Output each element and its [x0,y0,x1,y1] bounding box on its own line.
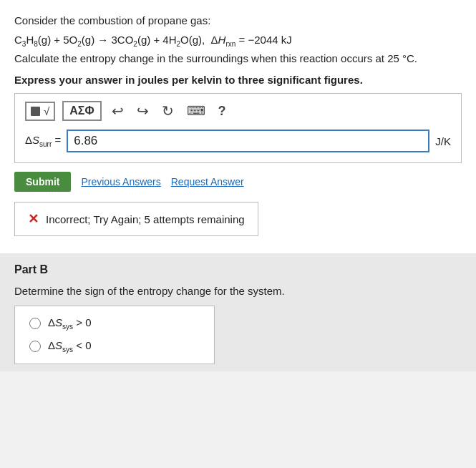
help-button[interactable]: ? [215,102,229,120]
delta-s-label: ΔSsurr = [25,134,61,148]
part-b-question: Determine the sign of the entropy change… [14,285,462,297]
answer-box: √ ΑΣΦ ↩ ↪ ↻ ⌨ ? ΔSsurr = J/K [14,93,462,163]
options-box: ΔSsys > 0 ΔSsys < 0 [14,306,215,364]
input-row: ΔSsurr = J/K [25,130,451,152]
refresh-button[interactable]: ↻ [159,101,177,121]
feedback-text: Incorrect; Try Again; 5 attempts remaini… [46,213,245,225]
answer-input[interactable] [67,130,429,152]
option-row-2: ΔSsys < 0 [29,339,200,354]
option-label-1[interactable]: ΔSsys > 0 [48,316,91,331]
toolbar: √ ΑΣΦ ↩ ↪ ↻ ⌨ ? [25,101,451,121]
question-intro: Consider the combustion of propane gas: [14,13,462,29]
incorrect-icon: ✕ [28,211,39,227]
matrix-button[interactable]: √ [25,102,55,121]
greek-button[interactable]: ΑΣΦ [62,101,101,121]
reaction-line: C3H8(g) + 5O2(g) → 3CO2(g) + 4H2O(g), ΔH… [14,34,462,48]
request-answer-button[interactable]: Request Answer [171,176,244,187]
unit-label: J/K [435,135,451,147]
part-b-section: Part B Determine the sign of the entropy… [0,253,476,371]
radical-icon: √ [44,105,49,117]
instructions-1: Calculate the entropy change in the surr… [14,51,462,67]
option-row-1: ΔSsys > 0 [29,316,200,331]
reaction-formula: C3H8(g) + 5O2(g) → 3CO2(g) + 4H2O(g), ΔH… [14,34,292,46]
feedback-box: ✕ Incorrect; Try Again; 5 attempts remai… [14,202,258,236]
part-b-label: Part B [14,263,462,276]
actions-row: Submit Previous Answers Request Answer [14,172,462,192]
submit-button[interactable]: Submit [14,172,71,192]
previous-answers-button[interactable]: Previous Answers [81,176,160,187]
main-content: Consider the combustion of propane gas: … [0,0,476,253]
undo-button[interactable]: ↩ [109,101,127,121]
redo-button[interactable]: ↪ [134,101,152,121]
option-radio-2[interactable] [29,341,41,352]
keyboard-button[interactable]: ⌨ [184,102,208,120]
matrix-icon [31,107,40,116]
bold-instruction: Express your answer in joules per kelvin… [14,74,462,86]
option-label-2[interactable]: ΔSsys < 0 [48,339,91,354]
option-radio-1[interactable] [29,318,41,329]
